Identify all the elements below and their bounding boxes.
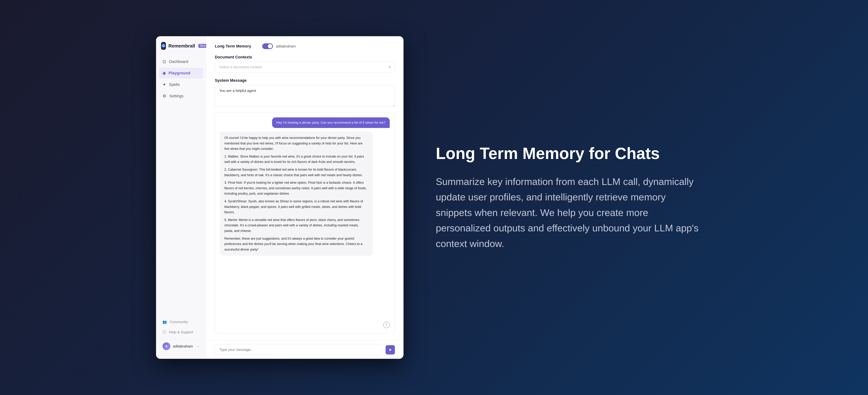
select-wrapper: Select a document context [215, 62, 395, 72]
toggle-container: aditabraham [262, 43, 296, 49]
logout-icon[interactable]: → [196, 344, 199, 349]
marketing-title: Long Term Memory for Chats [436, 144, 701, 163]
send-button[interactable]: ➤ [385, 345, 395, 355]
sidebar-item-dashboard[interactable]: ⊡ Dashboard [159, 56, 203, 67]
community-icon: 👥 [162, 320, 167, 324]
sidebar-item-settings[interactable]: ⚙ Settings [159, 91, 203, 101]
chat-input[interactable] [215, 344, 383, 355]
wine-4: 4. Syrah/Shiraz: Syrah, also known as Sh… [224, 199, 368, 215]
sidebar-item-label: Spells [169, 82, 180, 87]
help-item[interactable]: ⓘ Help & Support [159, 327, 203, 337]
wine-closing: Remember, these are just suggestions, an… [224, 236, 368, 252]
system-message-input[interactable]: You are a helpful agent [215, 85, 395, 106]
user-row: A aditabraham → [159, 339, 203, 353]
help-label: Help & Support [169, 330, 193, 334]
sidebar-logo: 🧿 Remembrall Beta [156, 42, 206, 56]
dashboard-icon: ⊡ [162, 59, 166, 64]
wine-5: 5. Merlot: Merlot is a versatile red win… [224, 217, 368, 234]
long-term-memory-section: Long Term Memory aditabraham [215, 43, 395, 49]
sidebar-nav: ⊡ Dashboard ◈ Playground ✦ Spells ⚙ Sett… [156, 56, 206, 101]
logo-text: Remembrall [168, 43, 195, 49]
sidebar-item-spells[interactable]: ✦ Spells [159, 79, 203, 90]
wine-2: 2. Cabernet Sauvignon: This full-bodied … [224, 167, 368, 178]
main-content: Long Term Memory aditabraham Document Co… [206, 36, 404, 359]
avatar: A [162, 342, 170, 350]
document-contexts-label: Document Contexts [215, 55, 395, 60]
help-question-icon[interactable]: ? [383, 322, 390, 328]
main-inner: Long Term Memory aditabraham Document Co… [206, 36, 404, 340]
sidebar-item-playground[interactable]: ◈ Playground [159, 68, 203, 78]
logo-icon: 🧿 [161, 42, 166, 50]
username: aditabraham [173, 344, 193, 349]
wine-3: 3. Pinot Noir: If you're looking for a l… [224, 180, 368, 196]
settings-icon: ⚙ [162, 94, 166, 99]
outer-container: 🧿 Remembrall Beta ⊡ Dashboard ◈ Playgrou… [0, 0, 868, 395]
assistant-intro: Of course! I'd be happy to help you with… [224, 135, 368, 152]
app-window: 🧿 Remembrall Beta ⊡ Dashboard ◈ Playgrou… [156, 36, 404, 359]
sidebar-item-label: Settings [169, 94, 184, 98]
wine-1: 1. Malbec: Since Malbec is your favorite… [224, 154, 368, 165]
spells-icon: ✦ [162, 82, 166, 87]
marketing-body: Summarize key information from each LLM … [436, 174, 701, 251]
document-contexts-section: Document Contexts Select a document cont… [215, 55, 395, 72]
system-message-label: System Message [215, 78, 395, 83]
long-term-memory-toggle[interactable] [262, 43, 273, 49]
help-icon: ⓘ [162, 330, 166, 335]
community-item[interactable]: 👥 Community [159, 317, 203, 327]
system-message-section: System Message You are a helpful agent [215, 78, 395, 106]
playground-icon: ◈ [162, 71, 166, 76]
send-icon: ➤ [389, 348, 392, 352]
toggle-user: aditabraham [276, 44, 296, 48]
chat-area: Hey I'm hosting a dinner party. Can you … [215, 112, 395, 333]
sidebar-bottom: 👥 Community ⓘ Help & Support A aditabrah… [156, 317, 206, 353]
document-context-select[interactable]: Select a document context [215, 62, 395, 72]
marketing-panel: Long Term Memory for Chats Summarize key… [425, 133, 712, 262]
sidebar: 🧿 Remembrall Beta ⊡ Dashboard ◈ Playgrou… [156, 36, 206, 359]
sidebar-item-label: Dashboard [169, 59, 188, 64]
assistant-message: Of course! I'd be happy to help you with… [220, 132, 373, 256]
community-label: Community [170, 320, 188, 324]
sidebar-item-label: Playground [168, 71, 190, 75]
long-term-memory-label: Long Term Memory [215, 44, 258, 48]
input-row: ➤ [206, 340, 404, 359]
user-message: Hey I'm hosting a dinner party. Can you … [272, 118, 390, 128]
